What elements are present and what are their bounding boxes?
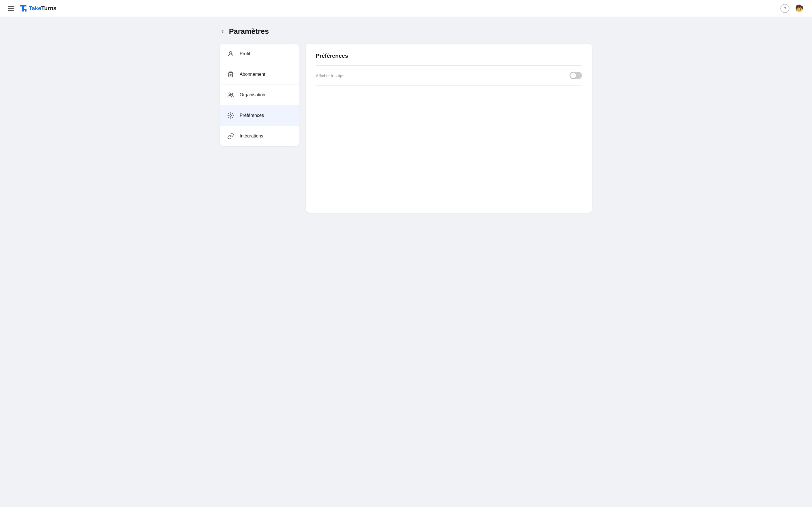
settings-sidebar: Profil Abonnement [220,44,299,146]
toggle-thumb [570,73,576,78]
sidebar-item-profil-label: Profil [240,51,250,56]
topnav: TakeTurns ? 🧒 [0,0,812,17]
sidebar-item-preferences[interactable]: Préférences [220,105,299,126]
clipboard-icon [227,70,235,78]
setting-row-show-tips: Afficher les tips [316,66,582,86]
gear-icon [227,112,235,119]
svg-point-8 [231,93,233,95]
user-icon [227,50,235,58]
logo[interactable]: TakeTurns [19,4,56,12]
page-header: Paramètres [220,27,592,36]
users-icon [227,91,235,99]
sidebar-item-profil[interactable]: Profil [220,44,299,64]
sidebar-item-integrations[interactable]: Intégrations [220,126,299,146]
svg-point-4 [230,52,232,54]
sidebar-item-abonnement-label: Abonnement [240,72,265,77]
show-tips-toggle[interactable] [569,72,582,79]
topnav-left: TakeTurns [8,4,56,12]
show-tips-label: Afficher les tips [316,73,344,78]
svg-rect-3 [25,9,27,11]
page-title: Paramètres [229,27,269,36]
sidebar-item-abonnement[interactable]: Abonnement [220,64,299,85]
svg-rect-1 [22,5,24,11]
settings-panel: Préférences Afficher les tips [306,44,592,213]
sidebar-item-integrations-label: Intégrations [240,133,263,138]
svg-rect-6 [229,72,233,77]
avatar[interactable]: 🧒 [795,4,804,13]
help-icon: ? [784,6,786,11]
sidebar-item-preferences-label: Préférences [240,113,264,118]
link-icon [227,132,235,140]
sidebar-item-organisation[interactable]: Organisation [220,85,299,105]
back-button[interactable] [220,29,225,34]
hamburger-menu[interactable] [8,6,14,11]
help-button[interactable]: ? [780,4,790,13]
sidebar-item-organisation-label: Organisation [240,93,265,98]
topnav-right: ? 🧒 [780,4,804,13]
main-content: Paramètres Profil [209,17,603,223]
svg-point-7 [229,93,231,95]
svg-point-9 [230,115,232,116]
settings-layout: Profil Abonnement [220,44,592,213]
panel-title: Préférences [316,53,582,59]
logo-icon [19,4,27,12]
logo-text: TakeTurns [29,5,56,11]
